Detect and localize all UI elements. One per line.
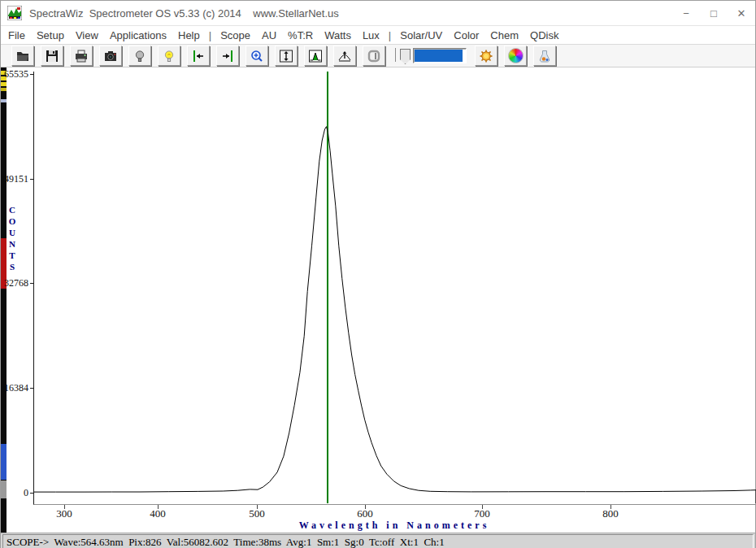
- timer-button[interactable]: [363, 46, 385, 66]
- timer-icon: [367, 50, 381, 63]
- y-tick-label: 65535: [1, 68, 28, 80]
- minimize-button[interactable]: −: [672, 1, 700, 25]
- spectrum-peak-icon: [308, 50, 323, 63]
- menu-item-chem[interactable]: Chem: [484, 29, 524, 41]
- y-tick: [30, 179, 33, 180]
- toolbar: [1, 45, 755, 67]
- status-text: SCOPE-> Wave:564.63nm Pix:826 Val:56082.…: [3, 535, 753, 548]
- x-tick-label: 500: [237, 507, 276, 520]
- app-icon: [7, 6, 22, 20]
- menu-item-watts[interactable]: Watts: [319, 29, 357, 41]
- lamp-on-button[interactable]: [158, 46, 180, 66]
- print-button[interactable]: [70, 46, 93, 66]
- peak-fill-button[interactable]: [304, 46, 327, 66]
- folder-icon: [15, 50, 30, 63]
- menu-item-scope[interactable]: Scope: [215, 29, 256, 41]
- app-window: SpectraWiz Spectrometer OS v5.33 (c) 201…: [0, 0, 756, 548]
- camera-icon: [103, 50, 118, 63]
- window-title: SpectraWiz Spectrometer OS v5.33 (c) 201…: [29, 7, 339, 20]
- x-tick-label: 800: [591, 507, 630, 520]
- zoom-button[interactable]: [245, 46, 268, 66]
- cursor-right-icon: [220, 50, 235, 63]
- open-file-button[interactable]: [11, 46, 34, 66]
- spectrum-trace: [34, 127, 756, 503]
- save-button[interactable]: [41, 46, 63, 66]
- sun-icon: [479, 50, 493, 63]
- menu-separator: |: [385, 29, 394, 41]
- menu-item-color[interactable]: Color: [448, 29, 484, 41]
- bulb-on-icon: [162, 50, 176, 63]
- printer-icon: [74, 50, 89, 63]
- cursor-right-button[interactable]: [216, 46, 239, 66]
- flask-icon: [537, 50, 552, 63]
- slider-track[interactable]: [413, 48, 467, 63]
- status-field: SCOPE-> Wave:564.63nm Pix:826 Val:56082.…: [2, 534, 754, 548]
- x-tick-label: 700: [463, 507, 502, 520]
- plot-area[interactable]: [33, 72, 756, 505]
- close-button[interactable]: ✕: [728, 1, 755, 25]
- solar-button[interactable]: [475, 46, 497, 66]
- x-tick-label: 300: [45, 507, 84, 520]
- color-button[interactable]: [504, 46, 527, 66]
- y-tick: [30, 74, 33, 75]
- slider-thumb[interactable]: [400, 49, 411, 64]
- y-tick-label: 0: [1, 487, 28, 499]
- floppy-icon: [45, 50, 59, 63]
- menu-item-view[interactable]: View: [70, 29, 104, 41]
- y-tick: [30, 493, 33, 494]
- cursor-left-icon: [191, 50, 206, 63]
- menu-item-setup[interactable]: Setup: [31, 29, 70, 41]
- menu-item-qdisk[interactable]: QDisk: [524, 29, 564, 41]
- y-tick-label: 49151: [1, 173, 28, 185]
- menu-item--t-r[interactable]: %T:R: [282, 29, 319, 41]
- color-wheel-icon: [508, 48, 524, 63]
- plot-region: COUNTS Wavelength in Nanometers 30040050…: [1, 67, 755, 533]
- edge-artifact-strip: [1, 67, 7, 533]
- menu-item-applications[interactable]: Applications: [104, 29, 172, 41]
- magnifier-icon: [250, 50, 264, 63]
- spectrum-plot-svg: [34, 72, 756, 504]
- slider-fill: [415, 50, 463, 62]
- status-bar: SCOPE-> Wave:564.63nm Pix:826 Val:56082.…: [1, 533, 755, 548]
- y-tick-label: 32768: [1, 277, 28, 289]
- x-tick-label: 600: [345, 507, 385, 520]
- y-tick: [30, 283, 33, 284]
- slider-groove: [395, 48, 396, 62]
- menu-item-file[interactable]: File: [2, 29, 31, 41]
- y-axis-title: COUNTS: [7, 204, 17, 272]
- title-bar: SpectraWiz Spectrometer OS v5.33 (c) 201…: [1, 1, 755, 26]
- snapshot-button[interactable]: [99, 46, 122, 66]
- menu-item-solar-uv[interactable]: Solar/UV: [394, 29, 448, 41]
- lamp-off-button[interactable]: [128, 46, 151, 66]
- x-tick-label: 400: [138, 507, 177, 520]
- integration-time-slider[interactable]: [393, 46, 468, 65]
- y-tick: [30, 388, 33, 389]
- peak-track-button[interactable]: [333, 46, 356, 66]
- autoscale-y-button[interactable]: [275, 46, 298, 66]
- bulb-off-icon: [133, 50, 147, 63]
- window-controls: − □ ✕: [672, 1, 755, 25]
- menu-item-au[interactable]: AU: [256, 29, 282, 41]
- menu-item-lux[interactable]: Lux: [357, 29, 385, 41]
- maximize-button[interactable]: □: [700, 1, 728, 25]
- peak-arrow-icon: [337, 50, 352, 63]
- menu-item-help[interactable]: Help: [172, 29, 206, 41]
- menu-separator: |: [206, 29, 215, 41]
- x-axis-title: Wavelength in Nanometers: [33, 520, 755, 532]
- menu-bar: FileSetupViewApplicationsHelp|ScopeAU%T:…: [1, 26, 755, 45]
- vertical-arrows-icon: [279, 50, 293, 63]
- chem-button[interactable]: [533, 46, 556, 66]
- y-tick-label: 16384: [1, 382, 28, 394]
- cursor-left-button[interactable]: [187, 46, 210, 66]
